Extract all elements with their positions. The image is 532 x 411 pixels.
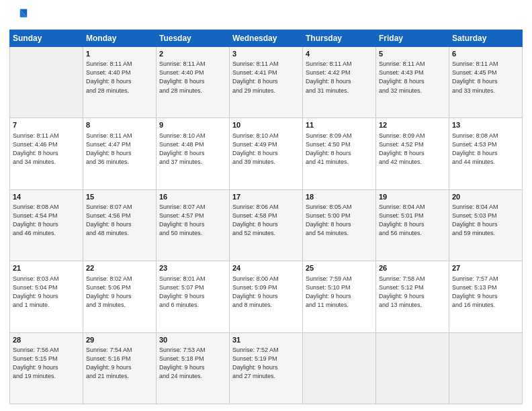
day-info: Daylight: 8 hours: [232, 77, 300, 86]
day-info: and 6 minutes.: [159, 301, 226, 310]
day-number: 21: [13, 263, 80, 273]
day-info: Sunset: 5:16 PM: [86, 355, 153, 363]
day-number: 19: [379, 192, 446, 202]
day-info: Sunset: 4:54 PM: [13, 212, 80, 220]
calendar-cell: [376, 332, 449, 404]
day-number: 5: [379, 49, 446, 59]
day-info: Daylight: 8 hours: [232, 149, 300, 158]
day-number: 28: [13, 335, 80, 345]
day-info: and 36 minutes.: [86, 158, 153, 167]
day-info: Daylight: 9 hours: [13, 363, 80, 372]
day-info: Sunset: 5:15 PM: [13, 355, 80, 363]
day-number: 12: [379, 120, 446, 130]
day-info: Daylight: 8 hours: [306, 149, 373, 158]
calendar-week-1: 1Sunrise: 8:11 AMSunset: 4:40 PMDaylight…: [10, 47, 523, 118]
day-info: Sunset: 4:41 PM: [232, 68, 300, 77]
day-number: 6: [452, 49, 519, 59]
day-info: Daylight: 8 hours: [306, 77, 373, 86]
weekday-header-tuesday: Tuesday: [157, 30, 230, 47]
day-info: Sunrise: 8:07 AM: [159, 203, 226, 212]
weekday-header-sunday: Sunday: [10, 30, 83, 47]
calendar-cell: [303, 332, 376, 404]
day-number: 16: [159, 192, 226, 202]
day-number: 10: [232, 120, 300, 130]
day-number: 31: [232, 335, 300, 345]
day-info: Sunset: 4:57 PM: [159, 212, 226, 220]
weekday-header-thursday: Thursday: [303, 30, 376, 47]
calendar-cell: 23Sunrise: 8:01 AMSunset: 5:07 PMDayligh…: [157, 261, 230, 332]
day-info: Sunrise: 8:11 AM: [452, 60, 519, 68]
day-number: 13: [452, 120, 519, 130]
day-info: Sunset: 4:58 PM: [232, 212, 300, 220]
day-info: and 44 minutes.: [452, 158, 519, 167]
day-info: Daylight: 8 hours: [379, 149, 446, 158]
day-info: Sunrise: 8:08 AM: [13, 203, 80, 212]
calendar-cell: 16Sunrise: 8:07 AMSunset: 4:57 PMDayligh…: [157, 189, 230, 261]
calendar-cell: 8Sunrise: 8:11 AMSunset: 4:47 PMDaylight…: [83, 118, 157, 189]
day-info: and 39 minutes.: [232, 158, 300, 167]
day-info: Daylight: 9 hours: [159, 292, 226, 301]
day-info: and 33 minutes.: [452, 87, 519, 95]
calendar-cell: 1Sunrise: 8:11 AMSunset: 4:40 PMDaylight…: [83, 47, 157, 118]
day-info: Sunrise: 8:10 AM: [232, 132, 300, 140]
day-info: Sunrise: 8:04 AM: [379, 203, 446, 212]
day-info: Sunset: 5:00 PM: [306, 212, 373, 220]
day-number: 23: [159, 263, 226, 273]
day-info: Sunrise: 8:10 AM: [159, 132, 226, 140]
weekday-header-friday: Friday: [376, 30, 449, 47]
day-info: Sunset: 4:42 PM: [306, 68, 373, 77]
day-info: and 13 minutes.: [379, 301, 446, 310]
day-info: Sunrise: 8:11 AM: [159, 60, 226, 68]
day-info: Sunrise: 8:11 AM: [86, 60, 153, 68]
day-number: 27: [452, 263, 519, 273]
calendar-cell: 14Sunrise: 8:08 AMSunset: 4:54 PMDayligh…: [10, 189, 83, 261]
day-info: and 37 minutes.: [159, 158, 226, 167]
day-info: Sunrise: 8:08 AM: [452, 132, 519, 140]
day-info: and 31 minutes.: [306, 87, 373, 95]
day-info: Sunset: 5:01 PM: [379, 212, 446, 220]
day-info: and 59 minutes.: [452, 229, 519, 238]
calendar-table: SundayMondayTuesdayWednesdayThursdayFrid…: [9, 30, 523, 404]
day-info: and 28 minutes.: [159, 87, 226, 95]
day-info: and 52 minutes.: [232, 229, 300, 238]
day-info: and 41 minutes.: [306, 158, 373, 167]
day-info: Sunset: 5:10 PM: [306, 283, 373, 292]
day-info: Daylight: 8 hours: [379, 220, 446, 229]
day-number: 25: [306, 263, 373, 273]
day-number: 8: [86, 120, 153, 130]
day-info: Sunrise: 8:09 AM: [306, 132, 373, 140]
day-info: Sunrise: 7:58 AM: [379, 275, 446, 283]
day-number: 2: [159, 49, 226, 59]
day-info: Sunset: 4:53 PM: [452, 140, 519, 149]
calendar-cell: 19Sunrise: 8:04 AMSunset: 5:01 PMDayligh…: [376, 189, 449, 261]
day-info: and 28 minutes.: [86, 87, 153, 95]
day-info: Daylight: 8 hours: [379, 77, 446, 86]
logo-icon: [9, 7, 28, 26]
calendar-cell: 25Sunrise: 7:59 AMSunset: 5:10 PMDayligh…: [303, 261, 376, 332]
day-info: Sunrise: 8:11 AM: [306, 60, 373, 68]
day-info: Daylight: 8 hours: [452, 220, 519, 229]
day-info: Sunrise: 8:11 AM: [232, 60, 300, 68]
calendar-cell: 12Sunrise: 8:09 AMSunset: 4:52 PMDayligh…: [376, 118, 449, 189]
calendar-week-4: 21Sunrise: 8:03 AMSunset: 5:04 PMDayligh…: [10, 261, 523, 332]
day-info: Sunset: 4:45 PM: [452, 68, 519, 77]
calendar-cell: 7Sunrise: 8:11 AMSunset: 4:46 PMDaylight…: [10, 118, 83, 189]
day-info: Daylight: 9 hours: [379, 292, 446, 301]
day-info: and 8 minutes.: [232, 301, 300, 310]
day-info: Sunset: 4:46 PM: [13, 140, 80, 149]
day-info: Sunset: 4:47 PM: [86, 140, 153, 149]
day-info: and 1 minute.: [13, 301, 80, 310]
day-info: Sunset: 5:19 PM: [232, 355, 300, 363]
weekday-header-wednesday: Wednesday: [230, 30, 303, 47]
day-info: and 42 minutes.: [379, 158, 446, 167]
day-info: Sunrise: 7:56 AM: [13, 346, 80, 355]
day-info: Sunrise: 8:03 AM: [13, 275, 80, 283]
day-info: Sunset: 4:43 PM: [379, 68, 446, 77]
day-info: Sunset: 4:50 PM: [306, 140, 373, 149]
calendar-cell: 5Sunrise: 8:11 AMSunset: 4:43 PMDaylight…: [376, 47, 449, 118]
calendar-cell: 9Sunrise: 8:10 AMSunset: 4:48 PMDaylight…: [157, 118, 230, 189]
day-info: Sunset: 4:40 PM: [159, 68, 226, 77]
day-info: and 27 minutes.: [232, 372, 300, 381]
day-info: Sunset: 5:03 PM: [452, 212, 519, 220]
calendar-week-5: 28Sunrise: 7:56 AMSunset: 5:15 PMDayligh…: [10, 332, 523, 404]
